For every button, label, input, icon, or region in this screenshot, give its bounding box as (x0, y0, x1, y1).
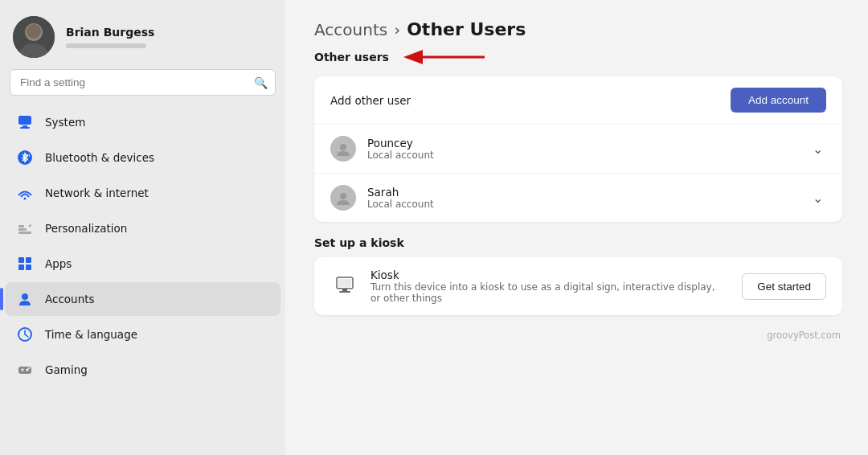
sidebar-item-label-network: Network & internet (45, 187, 149, 199)
accounts-icon (16, 290, 34, 308)
get-started-button[interactable]: Get started (742, 273, 826, 300)
expand-sarah-button[interactable]: ⌄ (809, 187, 826, 209)
svg-rect-30 (342, 289, 347, 291)
user-sub-bar (66, 43, 146, 48)
breadcrumb-parent: Accounts (314, 20, 387, 39)
svg-rect-32 (338, 279, 351, 287)
sidebar-item-gaming[interactable]: Gaming (5, 353, 280, 387)
personalization-icon (16, 219, 34, 237)
user-profile: Brian Burgess (0, 0, 285, 69)
kiosk-info: Kiosk Turn this device into a kiosk to u… (371, 268, 731, 304)
kiosk-desc: Turn this device into a kiosk to use as … (371, 281, 724, 304)
add-account-button[interactable]: Add account (731, 88, 826, 113)
sidebar-item-label-personalization: Personalization (45, 222, 127, 235)
system-icon (16, 113, 34, 131)
user-info-sarah: Sarah Local account (367, 186, 798, 210)
sidebar-item-personalization[interactable]: Personalization (5, 211, 280, 245)
sidebar-item-apps[interactable]: Apps (5, 247, 280, 281)
search-input[interactable] (10, 69, 276, 96)
gaming-icon (16, 361, 34, 379)
bluetooth-icon: +" (16, 149, 34, 166)
add-other-user-label: Add other user (330, 94, 719, 107)
sidebar-item-time[interactable]: Time & language (5, 318, 280, 351)
time-icon (16, 326, 34, 343)
kiosk-name: Kiosk (371, 268, 731, 281)
user-avatar-sarah (330, 185, 356, 211)
svg-point-10 (24, 198, 27, 200)
svg-rect-5 (18, 116, 31, 125)
expand-pouncey-button[interactable]: ⌄ (809, 138, 826, 160)
svg-point-28 (340, 193, 346, 199)
user-sub-pouncey: Local account (367, 150, 798, 161)
user-name: Brian Burgess (66, 26, 154, 39)
sidebar-item-label-time: Time & language (45, 328, 137, 341)
user-avatar-pouncey (330, 136, 356, 162)
sidebar-item-label-gaming: Gaming (45, 363, 88, 376)
nav-list: System +" Bluetooth & devices (0, 105, 285, 455)
sidebar-item-label-accounts: Accounts (45, 293, 95, 305)
user-info-pouncey: Pouncey Local account (367, 137, 798, 161)
sidebar-item-network[interactable]: Network & internet (5, 176, 280, 210)
user-name-pouncey: Pouncey (367, 137, 798, 150)
svg-rect-13 (18, 225, 24, 228)
apps-icon (16, 255, 34, 273)
breadcrumb: Accounts › Other Users (314, 19, 842, 39)
svg-point-27 (340, 144, 346, 150)
user-row-pouncey[interactable]: Pouncey Local account ⌄ (314, 125, 842, 174)
main-content: Accounts › Other Users Other users (285, 0, 868, 455)
breadcrumb-current: Other Users (407, 19, 526, 39)
sidebar-item-label-bluetooth: Bluetooth & devices (45, 151, 154, 164)
svg-point-3 (27, 24, 41, 39)
svg-rect-7 (20, 127, 30, 129)
search-icon: 🔍 (254, 76, 268, 89)
svg-point-22 (28, 367, 30, 369)
add-other-user-row: Add other user Add account (314, 76, 842, 125)
svg-rect-15 (26, 257, 31, 263)
sidebar-item-accounts[interactable]: Accounts (5, 282, 280, 316)
svg-point-21 (27, 369, 29, 371)
kiosk-card: Kiosk Turn this device into a kiosk to u… (314, 257, 842, 315)
svg-rect-24 (23, 368, 23, 371)
svg-rect-11 (18, 232, 31, 234)
svg-rect-31 (339, 291, 350, 293)
sidebar-item-bluetooth[interactable]: +" Bluetooth & devices (5, 141, 280, 174)
svg-rect-17 (26, 264, 31, 270)
user-row-sarah[interactable]: Sarah Local account ⌄ (314, 174, 842, 222)
kiosk-row: Kiosk Turn this device into a kiosk to u… (314, 257, 842, 315)
svg-point-18 (22, 293, 28, 300)
user-sub-sarah: Local account (367, 199, 798, 210)
svg-rect-16 (18, 264, 24, 270)
svg-rect-14 (18, 257, 24, 263)
watermark: groovyPost.com (314, 330, 842, 341)
svg-rect-12 (18, 228, 27, 231)
sidebar-item-system[interactable]: System (5, 105, 280, 139)
sidebar: Brian Burgess 🔍 System (0, 0, 285, 455)
other-users-header-row: Other users (314, 47, 842, 67)
other-users-section-title: Other users (314, 51, 389, 64)
search-box[interactable]: 🔍 (10, 69, 276, 96)
user-name-sarah: Sarah (367, 186, 798, 199)
svg-rect-6 (23, 125, 27, 127)
arrow-indicator (400, 47, 489, 67)
sidebar-item-label-apps: Apps (45, 257, 72, 270)
other-users-card: Add other user Add account Pouncey Local… (314, 76, 842, 222)
breadcrumb-separator: › (394, 20, 400, 39)
network-icon (16, 184, 34, 202)
active-indicator (0, 288, 3, 310)
avatar (13, 16, 55, 58)
kiosk-icon (330, 272, 359, 301)
kiosk-section-title: Set up a kiosk (314, 236, 842, 249)
sidebar-item-label-system: System (45, 116, 85, 129)
